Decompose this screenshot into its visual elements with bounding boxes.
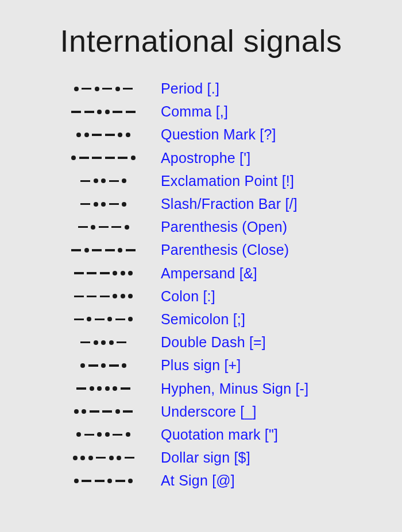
dash-icon xyxy=(80,341,90,344)
dash-icon xyxy=(102,410,112,413)
dot-icon xyxy=(84,133,89,137)
dot-icon xyxy=(97,386,102,391)
dash-icon xyxy=(121,387,130,390)
symbol-label: Exclamation Point [!] xyxy=(152,173,294,189)
dot-icon xyxy=(121,271,125,275)
dash-icon xyxy=(126,111,136,113)
morse-pattern xyxy=(55,133,152,137)
dash-icon xyxy=(74,296,84,298)
morse-pattern xyxy=(55,363,152,368)
dash-icon xyxy=(118,157,127,159)
dot-icon xyxy=(101,340,106,345)
table-row: Parenthesis (Close) xyxy=(55,239,385,261)
symbol-label: At Sign [@] xyxy=(152,472,235,489)
dot-icon xyxy=(80,363,85,368)
dot-icon xyxy=(128,271,133,275)
dash-icon xyxy=(105,157,115,159)
dot-icon xyxy=(74,87,79,91)
table-row: Underscore [_] xyxy=(55,401,385,422)
dash-icon xyxy=(80,203,90,205)
morse-pattern xyxy=(55,87,152,91)
table-row: Semicolon [;] xyxy=(55,309,385,330)
dot-icon xyxy=(117,456,121,460)
dash-icon xyxy=(113,434,122,436)
dot-icon xyxy=(101,178,106,183)
dot-icon xyxy=(74,409,79,414)
symbol-label: Apostrophe ['] xyxy=(152,150,250,166)
table-row: Plus sign [+] xyxy=(55,355,385,376)
morse-pattern xyxy=(55,202,152,207)
dot-icon xyxy=(94,340,98,345)
dot-icon xyxy=(128,294,133,298)
dot-icon xyxy=(118,248,122,253)
dash-icon xyxy=(82,480,91,482)
dash-icon xyxy=(87,296,96,298)
symbol-label: Parenthesis (Open) xyxy=(152,219,287,235)
dash-icon xyxy=(74,319,84,321)
dot-icon xyxy=(126,133,130,137)
dash-icon xyxy=(117,341,126,344)
dot-icon xyxy=(131,156,136,160)
morse-pattern xyxy=(55,432,152,437)
table-row: At Sign [@] xyxy=(55,470,385,491)
symbol-label: Dollar sign [$] xyxy=(152,449,250,466)
page-title: International signals xyxy=(17,23,385,59)
symbol-label: Period [.] xyxy=(152,80,219,97)
dot-icon xyxy=(94,202,98,207)
dot-icon xyxy=(76,432,81,437)
dash-icon xyxy=(95,319,105,321)
dot-icon xyxy=(109,340,114,345)
dash-icon xyxy=(78,226,88,228)
table-row: Comma [,] xyxy=(55,101,385,122)
morse-table: Period [.]Comma [,]Question Mark [?]Apos… xyxy=(17,78,385,491)
dot-icon xyxy=(122,363,126,368)
dash-icon xyxy=(115,480,125,482)
table-row: Period [.] xyxy=(55,78,385,99)
dot-icon xyxy=(107,479,112,483)
dash-icon xyxy=(125,457,134,459)
dot-icon xyxy=(97,432,102,437)
dash-icon xyxy=(92,134,102,136)
dash-icon xyxy=(113,111,122,113)
symbol-label: Plus sign [+] xyxy=(152,357,241,374)
dash-icon xyxy=(84,111,94,113)
symbol-label: Double Dash [=] xyxy=(152,334,266,351)
dot-icon xyxy=(105,432,110,437)
dash-icon xyxy=(92,157,102,159)
symbol-label: Slash/Fraction Bar [/] xyxy=(152,196,297,212)
dash-icon xyxy=(99,226,109,228)
table-row: Parenthesis (Open) xyxy=(55,216,385,238)
symbol-label: Question Mark [?] xyxy=(152,126,276,143)
dot-icon xyxy=(95,87,99,91)
dash-icon xyxy=(111,226,121,228)
dash-icon xyxy=(76,387,86,390)
dot-icon xyxy=(101,202,106,207)
morse-pattern xyxy=(55,340,152,345)
symbol-label: Comma [,] xyxy=(152,103,228,120)
dash-icon xyxy=(126,249,136,251)
dot-icon xyxy=(87,317,91,321)
dash-icon xyxy=(109,364,119,367)
dot-icon xyxy=(128,317,133,321)
table-row: Question Mark [?] xyxy=(55,124,385,145)
morse-pattern xyxy=(55,294,152,298)
dot-icon xyxy=(125,225,129,230)
dash-icon xyxy=(100,296,110,298)
dot-icon xyxy=(113,271,117,275)
dash-icon xyxy=(109,180,119,182)
dash-icon xyxy=(109,203,119,205)
dot-icon xyxy=(122,178,126,183)
dash-icon xyxy=(105,134,115,136)
table-row: Ampersand [&] xyxy=(55,263,385,284)
dot-icon xyxy=(122,202,126,207)
dash-icon xyxy=(80,180,90,182)
dash-icon xyxy=(88,364,98,367)
morse-pattern xyxy=(55,225,152,230)
table-row: Slash/Fraction Bar [/] xyxy=(55,193,385,215)
table-row: Double Dash [=] xyxy=(55,332,385,353)
morse-pattern xyxy=(55,271,152,275)
symbol-label: Ampersand [&] xyxy=(152,265,257,282)
dash-icon xyxy=(102,88,112,90)
symbol-label: Quotation mark ["] xyxy=(152,426,278,443)
morse-pattern xyxy=(55,248,152,253)
